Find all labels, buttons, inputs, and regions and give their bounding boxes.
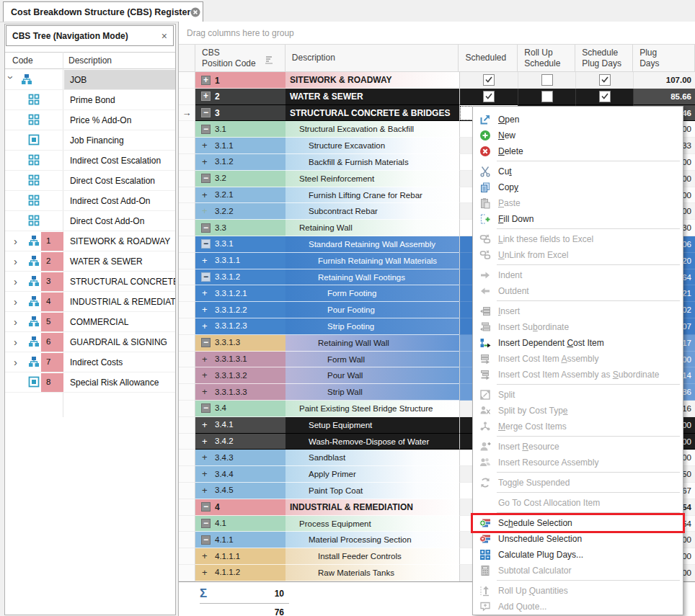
expand-row-icon[interactable]: +: [202, 436, 208, 447]
menu-item-go-to-cost-allocation-item[interactable]: Go To Cost Allocation Item: [473, 495, 683, 511]
tree-item-8[interactable]: 8Special Risk Allowance: [5, 372, 175, 393]
expand-row-icon[interactable]: +: [202, 386, 208, 397]
tree-item-direct-cost-add-on[interactable]: Direct Cost Add-On: [5, 211, 175, 231]
column-header-schedule-plug-days[interactable]: Schedule Plug Days: [575, 45, 633, 71]
menu-item-schedule-selection[interactable]: Schedule Selection: [473, 515, 683, 531]
checkbox-checked[interactable]: [599, 74, 611, 86]
expand-row-icon[interactable]: +: [202, 321, 208, 331]
menu-item-insert-subordinate[interactable]: Insert Subordinate: [473, 319, 683, 335]
tree-item-7[interactable]: ›7Indirect Costs: [5, 352, 175, 372]
collapse-row-icon[interactable]: −: [201, 403, 211, 413]
collapse-row-icon[interactable]: −: [201, 272, 211, 282]
expand-row-icon[interactable]: +: [202, 419, 208, 430]
collapse-row-icon[interactable]: −: [201, 174, 211, 183]
menu-item-outdent[interactable]: Outdent: [473, 283, 683, 299]
menu-item-delete[interactable]: Delete: [473, 143, 683, 159]
expand-row-icon[interactable]: +: [202, 156, 208, 167]
expand-row-icon[interactable]: +: [202, 287, 208, 298]
menu-item-add-quote[interactable]: Add Quote...: [473, 599, 683, 615]
group-by-band[interactable]: Drag columns here to group: [179, 22, 695, 45]
tree-expand-icon[interactable]: ›: [14, 357, 22, 368]
collapse-row-icon[interactable]: −: [201, 519, 211, 528]
collapse-row-icon[interactable]: −: [201, 108, 211, 117]
menu-item-insert-dependent-cost-item[interactable]: Insert Dependent Cost Item: [473, 335, 683, 351]
menu-item-copy[interactable]: Copy: [473, 179, 683, 195]
checkbox-checked[interactable]: [483, 91, 495, 102]
tree-item-5[interactable]: ›5COMMERCIAL: [5, 312, 175, 332]
expand-row-icon[interactable]: +: [201, 91, 211, 101]
tree-expand-icon[interactable]: ›: [14, 296, 22, 308]
tree-expand-icon[interactable]: ›: [14, 236, 22, 247]
tree-item-indirect-cost-add-on[interactable]: Indirect Cost Add-On: [5, 191, 175, 211]
menu-item-cut[interactable]: Cut: [473, 164, 683, 179]
tree-item-4[interactable]: ›4INDUSTRIAL & REMEDIATION: [5, 292, 175, 312]
menu-item-open[interactable]: Open: [473, 112, 683, 128]
menu-item-merge-cost-items[interactable]: Merge Cost Items: [473, 419, 683, 434]
tree-expand-icon[interactable]: ›: [14, 336, 22, 348]
menu-item-split-by-cost-type[interactable]: Split by Cost Type: [473, 403, 683, 419]
tree-item-job-financing[interactable]: Job Financing: [5, 130, 175, 151]
checkbox-checked[interactable]: [483, 74, 495, 86]
checkbox-unchecked[interactable]: [541, 91, 553, 102]
column-header-scheduled[interactable]: Scheduled: [459, 45, 518, 71]
expand-row-icon[interactable]: +: [202, 205, 208, 216]
menu-item-calculate-plug-days[interactable]: Calculate Plug Days...: [473, 547, 683, 563]
menu-item-fill-down[interactable]: Fill Down: [473, 211, 683, 227]
menu-item-indent[interactable]: Indent: [473, 267, 683, 283]
tree-item-1[interactable]: ›1SITEWORK & ROADWAY: [5, 231, 175, 251]
expand-row-icon[interactable]: +: [202, 452, 208, 463]
menu-item-split[interactable]: Split: [473, 387, 683, 403]
tree-item-price-add-on[interactable]: Price % Add-On: [5, 110, 175, 130]
tree-panel-close-icon[interactable]: ×: [161, 31, 167, 41]
menu-item-insert-resource[interactable]: Insert Resource: [473, 439, 683, 455]
checkbox-unchecked[interactable]: [541, 74, 553, 86]
collapse-row-icon[interactable]: −: [201, 338, 211, 347]
tree-column-code[interactable]: Code: [12, 55, 33, 66]
collapse-row-icon[interactable]: −: [201, 502, 211, 512]
tree-item-2[interactable]: ›2WATER & SEWER: [5, 251, 175, 272]
column-header-roll-up-schedule[interactable]: Roll Up Schedule: [518, 45, 575, 71]
tree-item-prime-bond[interactable]: Prime Bond: [5, 90, 175, 110]
expand-row-icon[interactable]: +: [202, 189, 208, 200]
collapse-row-icon[interactable]: −: [201, 125, 211, 134]
menu-item-paste[interactable]: Paste: [473, 195, 683, 211]
column-header-cbs-position-code[interactable]: CBS Position Code: [195, 45, 285, 71]
tree-expand-icon[interactable]: ›: [14, 256, 22, 267]
checkbox-checked[interactable]: [599, 91, 611, 102]
grid-row-2[interactable]: +2WATER & SEWER85.66: [179, 89, 695, 105]
menu-item-insert-resource-assembly[interactable]: Insert Resource Assembly: [473, 455, 683, 470]
column-header-description[interactable]: Description: [285, 45, 459, 71]
tree-item-direct-cost-escalation[interactable]: Direct Cost Escalation: [5, 171, 175, 191]
tree-item-indirect-cost-escalation[interactable]: Indirect Cost Escalation: [5, 151, 175, 171]
tree-collapse-icon[interactable]: ›: [5, 76, 17, 84]
tree-item-job[interactable]: ›JOB: [5, 70, 175, 90]
menu-item-roll-up-quantities[interactable]: Roll Up Quantities: [473, 583, 683, 599]
column-header-plug-days[interactable]: Plug Days: [633, 45, 695, 71]
tree-column-description[interactable]: Description: [68, 55, 112, 66]
expand-row-icon[interactable]: +: [202, 468, 208, 479]
expand-row-icon[interactable]: +: [202, 550, 208, 561]
tab-close-icon[interactable]: [190, 7, 200, 17]
tree-expand-icon[interactable]: ›: [14, 316, 22, 328]
expand-row-icon[interactable]: +: [202, 354, 208, 365]
menu-item-new[interactable]: New: [473, 128, 683, 143]
grid-row-1[interactable]: +1SITEWORK & ROADWAY107.00: [179, 72, 695, 89]
collapse-row-icon[interactable]: −: [201, 239, 211, 249]
expand-row-icon[interactable]: +: [202, 304, 208, 315]
menu-item-insert[interactable]: Insert: [473, 303, 683, 319]
expand-row-icon[interactable]: +: [202, 485, 208, 496]
expand-row-icon[interactable]: +: [202, 255, 208, 266]
tree-expand-icon[interactable]: ›: [14, 276, 22, 287]
expand-row-icon[interactable]: +: [202, 140, 208, 151]
tree-item-3[interactable]: ›3STRUCTURAL CONCRETE & ...: [5, 272, 175, 292]
collapse-row-icon[interactable]: −: [201, 223, 211, 233]
tree-item-6[interactable]: ›6GUARDRAIL & SIGNING: [5, 332, 175, 352]
collapse-row-icon[interactable]: −: [201, 535, 211, 545]
menu-item-toggle-suspended[interactable]: Toggle Suspended: [473, 475, 683, 491]
tab-cbs-register[interactable]: Cost Breakdown Structure (CBS) Register: [3, 1, 203, 22]
menu-item-subtotal-calculator[interactable]: Subtotal Calculator: [473, 563, 683, 579]
menu-item-insert-cost-item-assembly[interactable]: Insert Cost Item Assembly: [473, 351, 683, 367]
menu-item-unlink-from-excel[interactable]: UnLink from Excel: [473, 247, 683, 263]
expand-row-icon[interactable]: +: [202, 370, 208, 380]
menu-item-unschedule-selection[interactable]: Unschedule Selection: [473, 531, 683, 547]
